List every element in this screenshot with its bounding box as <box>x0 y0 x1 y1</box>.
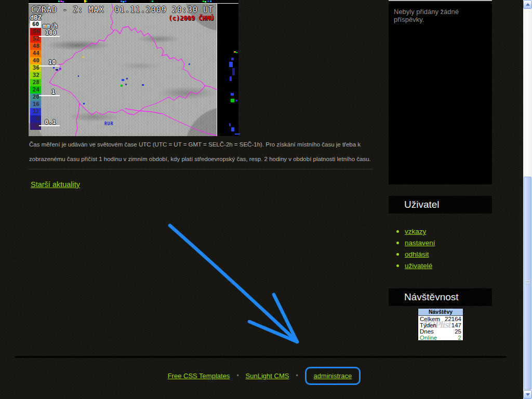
scroll-down-button[interactable] <box>523 390 532 399</box>
user-links-list: vzkazy nastavení odhlásit uživatelé <box>396 227 492 272</box>
scale-cell: 8 <box>30 115 41 123</box>
posts-empty-message: Nebyly přidány žádné příspěvky. <box>394 8 459 23</box>
footer: Free CSS Templates • SunLight CMS • admi… <box>0 364 528 388</box>
sidebar-heading-user: Uživatel <box>389 196 492 214</box>
administrace-highlight-box: administrace <box>305 367 361 385</box>
radar-side-strip <box>217 4 238 136</box>
dbz-color-scale: 56 52 48 44 40 36 32 28 24 20 16 12 8 4 <box>30 28 41 130</box>
scale-cell: 32 <box>30 72 41 79</box>
scale-cell: 28 <box>30 79 41 86</box>
rain-tick-10: 10 <box>48 59 56 66</box>
radar-echo-pixel <box>230 76 232 81</box>
scale-cell: 40 <box>30 57 41 64</box>
chevron-down-icon <box>526 393 530 396</box>
sidebar-link-uzivatele[interactable]: uživatelé <box>405 262 432 270</box>
counter-header: Návštěvy <box>418 309 463 316</box>
radar-noise-pixel <box>60 1 62 2</box>
radar-noise-pixel <box>86 1 87 2</box>
list-item: uživatelé <box>396 261 492 268</box>
scale-cell: 24 <box>30 86 41 94</box>
chevron-up-icon <box>526 3 530 6</box>
counter-value: 147 <box>451 322 461 328</box>
list-item: nastavení <box>396 238 492 245</box>
older-news-link[interactable]: Starší aktuality <box>31 180 80 189</box>
counter-row-online: Online 2 <box>418 335 463 341</box>
counter-row: Dnes 25 <box>418 328 463 335</box>
utc-time-note: Čas měření je udáván ve světovém čase UT… <box>29 137 374 166</box>
radar-timestamp: 01.11.2009 20:30 UT <box>114 5 214 15</box>
sidebar-link-nastaveni[interactable]: nastavení <box>405 239 435 247</box>
footer-link-administrace[interactable]: administrace <box>314 372 352 380</box>
footer-link-free-css-templates[interactable]: Free CSS Templates <box>168 372 230 380</box>
counter-row: Celkem 22164 <box>418 316 463 322</box>
radar-echo-pixel <box>231 99 234 102</box>
radar-noise-pixel <box>58 1 60 2</box>
sidebar-link-vzkazy[interactable]: vzkazy <box>405 228 426 235</box>
bullet-icon <box>396 264 399 267</box>
rain-tick-line <box>39 95 60 96</box>
radar-noise-pixel <box>205 1 206 3</box>
counter-label: Dnes <box>420 328 434 335</box>
radar-echo-pixel <box>229 123 231 126</box>
list-item: vzkazy <box>396 227 492 234</box>
bullet-icon <box>396 230 399 233</box>
radar-echo-pixel <box>235 134 240 135</box>
radar-echo-pixel <box>236 52 237 53</box>
footer-divider <box>15 356 507 358</box>
radar-title: CZRAD - Z: MAX <box>31 5 104 15</box>
radar-echo-pixel <box>229 62 233 67</box>
radar-noise-pixel <box>203 1 204 2</box>
scrollbar-grip-icon <box>526 281 530 285</box>
radar-echo-pixel <box>231 127 234 131</box>
radar-echo-pixel <box>231 58 234 60</box>
radar-scale-top-value: 60 <box>30 21 41 28</box>
scrollbar-thumb[interactable] <box>524 177 531 390</box>
counter-label: Celkem <box>420 316 440 322</box>
counter-label: Týden <box>420 322 436 328</box>
radar-noise-pixel <box>121 1 122 2</box>
scale-cell: 12 <box>30 108 41 115</box>
radar-noise-pixel <box>210 1 211 2</box>
radar-noise-pixel <box>123 1 124 3</box>
scroll-up-button[interactable] <box>523 0 532 9</box>
page: { "radar": { "title": "CZRAD - Z: MAX", … <box>0 0 532 399</box>
scale-cell: 4 <box>30 123 41 130</box>
radar-unit-mmh: mm/h <box>43 22 58 30</box>
radar-noise-pixel <box>207 1 209 2</box>
counter-value: 25 <box>455 328 461 335</box>
radar-echo-pixel <box>236 100 237 101</box>
posts-empty-box: Nebyly přidány žádné příspěvky. <box>389 0 492 184</box>
sidebar-heading-visits: Návštěvnost <box>389 288 492 306</box>
radar-map: RUR CZRAD - Z: MAX 01.11.2009 20:30 UT (… <box>29 4 217 136</box>
radar-copyright: (c)2009 ČHMÚ <box>168 15 214 22</box>
rain-tick-100: 100 <box>45 29 57 36</box>
counter-label: Online <box>420 335 437 341</box>
footer-separator: • <box>236 372 238 379</box>
vertical-scrollbar[interactable] <box>523 0 532 399</box>
scale-cell: 56 <box>30 28 41 35</box>
counter-row: Týden 147 <box>418 322 463 328</box>
footer-separator: • <box>296 372 298 379</box>
scale-cell: 44 <box>30 50 41 57</box>
scale-cell: 16 <box>30 101 41 108</box>
rain-tick-1: 1 <box>51 88 55 96</box>
sidebar-link-odhlasit[interactable]: odhlásit <box>405 250 429 258</box>
radar-unit-dbz: dBZ <box>30 14 42 21</box>
radar-echo-pixel <box>231 93 234 96</box>
bullet-icon <box>396 242 399 244</box>
counter-value: 22164 <box>445 316 461 322</box>
map-text-label: RUR <box>104 122 113 126</box>
radar-noise-pixel <box>125 1 126 2</box>
content-divider <box>29 169 373 169</box>
radar-noise-pixel <box>152 1 153 2</box>
counter-value: 2 <box>458 335 461 341</box>
radar-echo-pixel <box>232 68 235 75</box>
list-item: odhlásit <box>396 249 492 257</box>
footer-link-sunlight-cms[interactable]: SunLight CMS <box>246 372 289 380</box>
radar-noise-pixel <box>62 1 64 3</box>
radar-image: RUR CZRAD - Z: MAX 01.11.2009 20:30 UT (… <box>29 0 238 136</box>
visit-counter-widget[interactable]: Návštěvy TOPlist Celkem 22164 Týden 147 … <box>418 308 463 341</box>
rain-tick-01: 0.1 <box>45 118 56 126</box>
scale-cell: 48 <box>30 43 41 50</box>
bullet-icon <box>396 253 399 256</box>
